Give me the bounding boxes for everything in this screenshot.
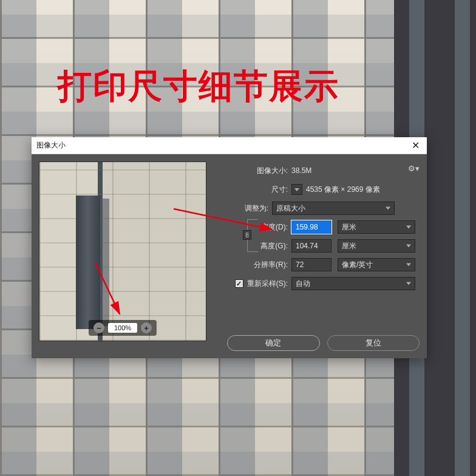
height-unit-value: 厘米 (342, 241, 356, 251)
dimensions-value: 4535 像素 × 2969 像素 (306, 185, 380, 195)
close-icon[interactable]: ✕ (409, 141, 422, 151)
dimensions-label: 尺寸: (215, 185, 291, 195)
resolution-label: 分辨率(R): (215, 260, 291, 270)
height-input[interactable] (291, 239, 332, 253)
dimensions-unit-toggle[interactable] (291, 184, 302, 195)
preview-panel: − 100% + (39, 162, 206, 341)
width-unit-value: 厘米 (342, 222, 356, 233)
overlay-title: 打印尺寸细节展示 (58, 64, 339, 110)
width-unit-select[interactable]: 厘米 (338, 220, 415, 234)
zoom-controls: − 100% + (89, 320, 157, 336)
height-unit-select[interactable]: 厘米 (338, 239, 415, 253)
gear-icon[interactable]: ⚙▾ (408, 164, 420, 173)
image-size-label: 图像大小: (215, 166, 291, 176)
zoom-value[interactable]: 100% (108, 323, 137, 333)
fit-to-label: 调整为: (215, 203, 272, 214)
zoom-in-button[interactable]: + (141, 322, 152, 333)
dialog-titlebar[interactable]: 图像大小 ✕ (32, 137, 427, 154)
width-input[interactable] (291, 220, 332, 234)
controls-panel: ⚙▾ 图像大小: 38.5M 尺寸: 4535 像素 × 2969 像素 调整为… (215, 162, 420, 351)
resample-label: 重新采样(S): (247, 279, 288, 289)
resample-value: 自动 (296, 279, 310, 289)
dialog-buttons: 确定 复位 (227, 335, 420, 351)
reset-button[interactable]: 复位 (327, 335, 420, 351)
dialog-title: 图像大小 (36, 140, 66, 151)
fit-to-select[interactable]: 原稿大小 (272, 202, 395, 215)
image-size-value: 38.5M (291, 166, 311, 175)
constrain-proportions-icon[interactable]: 8 (243, 230, 251, 240)
ok-button[interactable]: 确定 (227, 335, 320, 351)
resolution-unit-select[interactable]: 像素/英寸 (338, 258, 415, 271)
resample-checkbox[interactable]: ✓ (235, 279, 243, 288)
resolution-input[interactable] (291, 258, 332, 271)
zoom-out-button[interactable]: − (93, 322, 104, 333)
image-size-dialog: 图像大小 ✕ − 100% + ⚙▾ 图像大小: 38.5M 尺寸: 453 (32, 137, 427, 358)
resample-row-label: ✓ 重新采样(S): (215, 279, 291, 289)
dialog-body: − 100% + ⚙▾ 图像大小: 38.5M 尺寸: 4535 像素 × 29… (32, 154, 427, 358)
fit-to-value: 原稿大小 (276, 203, 305, 214)
resample-select[interactable]: 自动 (291, 277, 415, 290)
resolution-unit-value: 像素/英寸 (342, 260, 373, 270)
preview-image[interactable] (39, 162, 206, 341)
